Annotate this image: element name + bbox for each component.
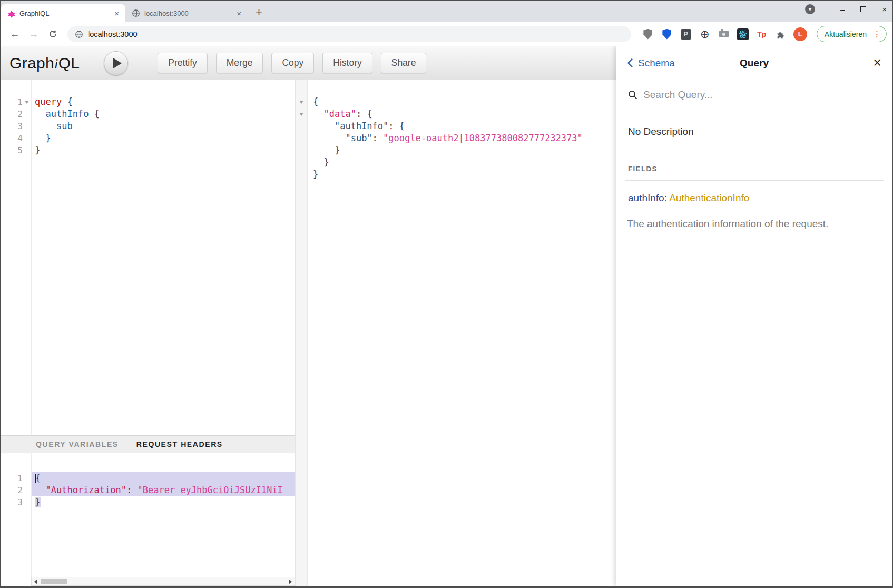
request-headers-editor[interactable]: 123 { "Authorization": "Bearer eyJhbGciO… <box>1 453 295 577</box>
doc-explorer-body: No Description FIELDS authInfo: Authenti… <box>616 109 892 240</box>
merge-button[interactable]: Merge <box>216 53 263 73</box>
tab-separator <box>249 8 249 18</box>
code-line[interactable]: { <box>310 96 616 108</box>
doc-back-link[interactable]: Schema <box>627 57 675 69</box>
doc-back-label: Schema <box>638 57 675 69</box>
line-number: 5 <box>17 145 23 155</box>
result-viewer-gutter <box>295 80 308 586</box>
extensions-row: P ⊕ Tp L <box>642 27 807 41</box>
horizontal-scrollbar[interactable] <box>31 577 295 586</box>
line-number: 1 <box>17 473 23 483</box>
scroll-left-icon[interactable] <box>34 579 37 584</box>
line-number: 1 <box>17 97 23 107</box>
toolbar-buttons: PrettifyMergeCopyHistoryShare <box>158 53 426 73</box>
code-line[interactable]: } <box>310 169 616 181</box>
code-line[interactable]: "data": { <box>310 108 616 120</box>
share-button[interactable]: Share <box>381 53 427 73</box>
tampermonkey-extension-icon[interactable]: Tp <box>755 28 768 41</box>
tab-strip: GraphiQL × localhost:3000 × + ▼ – × <box>1 1 892 22</box>
graphiql-logo: GraphiQL <box>9 54 80 72</box>
url-text: localhost:3000 <box>88 30 138 38</box>
tab-request-headers[interactable]: REQUEST HEADERS <box>136 440 223 448</box>
code-line[interactable]: } <box>32 132 295 144</box>
back-button[interactable]: ← <box>6 26 23 43</box>
divider <box>625 180 884 181</box>
query-editor-code[interactable]: query { authInfo { sub }} <box>32 80 295 435</box>
tab-close-icon[interactable]: × <box>234 8 243 18</box>
result-viewer-code: { "data": { "authInfo": { "sub": "google… <box>308 80 616 586</box>
chrome-menu-circle-icon[interactable]: ▼ <box>805 4 815 14</box>
camera-extension-icon[interactable] <box>718 28 730 41</box>
query-editor-gutter: 12345 <box>1 80 32 435</box>
fold-arrow-icon[interactable] <box>299 113 303 116</box>
secondary-editor-tabs: QUERY VARIABLES REQUEST HEADERS <box>1 435 295 453</box>
tab-close-icon[interactable]: × <box>112 8 121 18</box>
graphql-logo-icon <box>7 9 15 17</box>
copy-button[interactable]: Copy <box>271 53 314 73</box>
tab-query-variables[interactable]: QUERY VARIABLES <box>36 440 119 448</box>
query-editor[interactable]: 12345 query { authInfo { sub }} <box>1 80 295 435</box>
window-maximize-button[interactable] <box>860 6 866 12</box>
code-line[interactable]: "sub": "google-oauth2|108377380082777232… <box>310 132 616 144</box>
headers-editor-gutter: 123 <box>1 453 32 577</box>
react-devtools-extension-icon[interactable] <box>737 28 749 41</box>
result-viewer: { "data": { "authInfo": { "sub": "google… <box>295 80 616 586</box>
code-line[interactable]: query { <box>32 96 295 108</box>
code-line[interactable]: sub <box>32 120 295 132</box>
new-tab-button[interactable]: + <box>252 6 268 22</box>
code-line[interactable]: } <box>32 496 295 508</box>
scrollbar-thumb[interactable] <box>41 579 67 584</box>
aktualisieren-button[interactable]: Aktualisieren ⋮ <box>817 26 887 42</box>
scroll-right-icon[interactable] <box>289 579 292 584</box>
profile-avatar[interactable]: L <box>793 27 807 41</box>
graphiql-topbar: GraphiQL PrettifyMergeCopyHistoryShare <box>1 46 616 80</box>
window-close-button[interactable]: × <box>882 5 887 13</box>
history-button[interactable]: History <box>322 53 372 73</box>
search-icon <box>628 90 637 100</box>
field-name-link[interactable]: authInfo <box>628 192 664 203</box>
aktualisieren-label: Aktualisieren <box>825 30 867 38</box>
p-extension-icon[interactable]: P <box>680 28 692 41</box>
line-number: 4 <box>17 133 23 143</box>
browser-window: GraphiQL × localhost:3000 × + ▼ – × ← → <box>0 0 893 588</box>
result-pane: { "data": { "authInfo": { "sub": "google… <box>295 80 616 586</box>
address-bar[interactable]: localhost:3000 <box>67 26 631 42</box>
extensions-puzzle-icon[interactable] <box>774 28 787 41</box>
headers-editor-code[interactable]: { "Authorization": "Bearer eyJhbGciOiJSU… <box>32 453 295 577</box>
reload-button[interactable] <box>44 26 61 43</box>
fold-arrow-icon[interactable] <box>299 101 303 104</box>
code-line[interactable]: "Authorization": "Bearer eyJhbGciOiJSUzI… <box>32 484 295 496</box>
forward-button[interactable]: → <box>25 26 42 43</box>
code-line[interactable]: { <box>32 472 295 484</box>
kebab-menu-icon[interactable]: ⋮ <box>871 30 883 39</box>
bitwarden-extension-icon[interactable] <box>661 28 673 41</box>
fold-arrow-icon[interactable] <box>25 101 29 104</box>
code-line[interactable]: } <box>32 144 295 156</box>
code-line[interactable]: } <box>310 144 616 156</box>
tab-graphiql[interactable]: GraphiQL × <box>1 4 125 22</box>
code-line[interactable]: "authInfo": { <box>310 120 616 132</box>
doc-close-icon[interactable]: × <box>873 56 881 70</box>
doc-search-input[interactable] <box>643 89 880 101</box>
field-row-authinfo: authInfo: AuthenticationInfo <box>628 192 880 204</box>
play-icon <box>113 58 122 68</box>
code-line[interactable]: authInfo { <box>32 108 295 120</box>
tab-title: localhost:3000 <box>144 9 230 17</box>
code-line[interactable]: } <box>310 156 616 169</box>
line-number: 2 <box>17 485 23 495</box>
globe-icon <box>132 9 140 17</box>
field-description: The authentication information of the re… <box>627 218 880 230</box>
fields-section-label: FIELDS <box>628 165 880 173</box>
prettify-button[interactable]: Prettify <box>158 53 207 73</box>
execute-query-button[interactable] <box>104 51 128 75</box>
ublock-extension-icon[interactable] <box>642 28 654 41</box>
no-description-text: No Description <box>628 126 880 138</box>
globe-icon <box>75 30 83 38</box>
type-name-link[interactable]: AuthenticationInfo <box>669 192 749 203</box>
tab-title: GraphiQL <box>19 9 108 17</box>
chevron-left-icon <box>627 58 633 68</box>
doc-explorer-panel: Query Schema × No Description FIELDS <box>616 46 892 586</box>
tab-localhost[interactable]: localhost:3000 × <box>125 4 248 22</box>
screen-capture-extension-icon[interactable]: ⊕ <box>699 28 711 41</box>
window-minimize-button[interactable]: – <box>840 5 845 13</box>
